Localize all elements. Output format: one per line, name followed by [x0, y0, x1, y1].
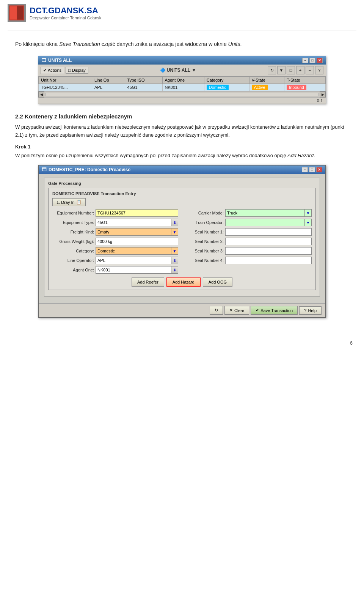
freight-kind-input[interactable]: [96, 228, 171, 236]
category-arrow[interactable]: ▼: [171, 247, 178, 255]
domestic-titlebar: 🗔 DOMESTIC_PRE: Domestic Preadvise − □ ✕: [39, 166, 325, 174]
refresh-button[interactable]: ↻: [210, 306, 223, 315]
line-operator-arrow[interactable]: ⬇: [171, 257, 178, 264]
entry-group: DOMESTIC PREADVISE Transaction Entry 1. …: [48, 188, 316, 290]
logo: DCT.GDANSK.SA Deepwater Container Termin…: [8, 4, 101, 22]
actions-button[interactable]: ✔ Actions: [41, 67, 64, 74]
domestic-close-button[interactable]: ✕: [316, 167, 322, 172]
category-row: Category: ▼: [52, 247, 178, 255]
col-agent-one[interactable]: Agent One: [162, 77, 204, 84]
table-row[interactable]: TGHU12345... APL 45G1 NK001 Domestic Act…: [39, 84, 326, 91]
seal1-input[interactable]: [225, 228, 312, 236]
train-operator-row: Train Operator: ▼: [182, 219, 312, 226]
display-button[interactable]: □ Display: [66, 67, 88, 74]
col-line-op[interactable]: Line Op: [92, 77, 125, 84]
logo-text: DCT.GDANSK.SA Deepwater Container Termin…: [30, 6, 101, 20]
close-button[interactable]: ✕: [317, 58, 323, 63]
col-type-iso[interactable]: Type ISO: [125, 77, 162, 84]
train-operator-dropdown[interactable]: ▼: [225, 219, 312, 226]
save-transaction-button[interactable]: ✔ Save Transaction: [251, 306, 298, 315]
seal2-label: Seal Number 2:: [182, 239, 224, 244]
gross-weight-input[interactable]: [96, 238, 178, 245]
help-icon: ?: [304, 308, 306, 313]
intro-paragraph: Po kliknięciu okna Save Transaction częś…: [15, 40, 349, 48]
add-oog-button[interactable]: Add OOG: [203, 277, 232, 287]
section-22-heading: 2.2 Kontenery z ładunkiem niebezpiecznym: [15, 113, 349, 120]
units-toolbar: ✔ Actions □ Display 🔷 UNITS ALL ▼ ↻ ▼ □ …: [38, 65, 326, 76]
help-icon[interactable]: ?: [315, 66, 323, 74]
seal3-input[interactable]: [225, 247, 312, 255]
equipment-type-input[interactable]: [96, 219, 171, 226]
cell-v-state: Active: [249, 84, 284, 91]
freight-kind-label: Freight Kind:: [52, 230, 94, 234]
actions-label: Actions: [48, 68, 61, 73]
equipment-type-arrow[interactable]: ⬇: [171, 219, 178, 226]
carrier-mode-dropdown[interactable]: ▼: [225, 209, 312, 217]
filter-icon[interactable]: ▼: [277, 66, 286, 74]
page-number: 6: [0, 337, 364, 346]
domestic-minimize-button[interactable]: −: [302, 167, 308, 172]
add-icon[interactable]: +: [296, 66, 304, 74]
agent-one-label: Agent One:: [52, 268, 94, 272]
window-controls[interactable]: − □ ✕: [302, 58, 323, 63]
col-v-state[interactable]: V-State: [249, 77, 284, 84]
refresh-icon: ↻: [215, 308, 218, 313]
domestic-restore-button[interactable]: □: [309, 167, 315, 172]
check-icon: ✔: [43, 68, 47, 73]
help-button[interactable]: ? Help: [299, 306, 322, 315]
t-state-badge: Inbound: [287, 85, 306, 90]
col-category[interactable]: Category: [204, 77, 249, 84]
entry-group-label: DOMESTIC PREADVISE Transaction Entry: [52, 191, 312, 196]
category-input[interactable]: [96, 247, 171, 255]
scroll-right-arrow[interactable]: ▶: [320, 91, 326, 98]
form-left-col: Equipment Number: Equipment Type: ⬇: [52, 209, 182, 274]
train-operator-input[interactable]: [225, 219, 305, 226]
category-badge: Domestic: [207, 85, 229, 90]
dray-in-button[interactable]: 1. Dray In 📋: [52, 198, 86, 206]
freight-kind-arrow[interactable]: ▼: [171, 228, 178, 236]
intro-italic1: Save Transaction: [59, 41, 100, 47]
domestic-body: Gate Processing DOMESTIC PREADVISE Trans…: [39, 174, 325, 303]
logo-icon: [8, 4, 26, 22]
category-dropdown[interactable]: ▼: [96, 247, 178, 255]
cell-type-iso: 45G1: [125, 84, 162, 91]
refresh-icon[interactable]: ↻: [268, 66, 276, 74]
add-reefer-button[interactable]: Add Reefer: [132, 277, 164, 287]
equipment-number-input[interactable]: [96, 209, 178, 217]
train-operator-arrow[interactable]: ▼: [305, 219, 312, 226]
carrier-mode-input[interactable]: [225, 209, 305, 217]
freight-kind-dropdown[interactable]: ▼: [96, 228, 178, 236]
remove-icon[interactable]: −: [306, 66, 314, 74]
col-unit-nbr[interactable]: Unit Nbr: [39, 77, 92, 84]
equipment-type-dropdown[interactable]: ⬇: [96, 219, 178, 226]
seal4-input[interactable]: [225, 257, 312, 264]
form-grid: Equipment Number: Equipment Type: ⬇: [52, 209, 312, 274]
col-t-state[interactable]: T-State: [284, 77, 326, 84]
equipment-number-row: Equipment Number:: [52, 209, 178, 217]
agent-one-input[interactable]: [96, 266, 171, 274]
scroll-left-arrow[interactable]: ◀: [38, 91, 44, 98]
save-label: Save Transaction: [260, 308, 293, 313]
domestic-window-controls[interactable]: − □ ✕: [302, 167, 322, 172]
table-container: Unit Nbr Line Op Type ISO Agent One Cate…: [38, 76, 326, 91]
clear-button[interactable]: ✕ Clear: [224, 306, 249, 315]
copy-icon[interactable]: □: [287, 66, 295, 74]
agent-one-arrow[interactable]: ⬇: [171, 266, 178, 274]
line-operator-dropdown[interactable]: ⬇: [96, 257, 178, 264]
minimize-button[interactable]: −: [302, 58, 308, 63]
carrier-mode-label: Carrier Mode:: [182, 211, 224, 215]
seal1-label: Seal Number 1:: [182, 230, 224, 234]
line-operator-input[interactable]: [96, 257, 171, 264]
seal2-input[interactable]: [225, 238, 312, 245]
carrier-mode-row: Carrier Mode: ▼: [182, 209, 312, 217]
domestic-window-icon: 🗔: [42, 167, 46, 172]
restore-button[interactable]: □: [309, 58, 315, 63]
clear-label: Clear: [234, 308, 244, 313]
agent-one-dropdown[interactable]: ⬇: [96, 266, 178, 274]
carrier-mode-arrow[interactable]: ▼: [305, 209, 312, 217]
add-hazard-label: Add Hazard: [173, 280, 195, 284]
horizontal-scrollbar[interactable]: ◀ ▶: [38, 91, 326, 97]
svg-rect-2: [17, 6, 24, 20]
units-all-window: 🗔 UNITS ALL − □ ✕ ✔ Actions □ Display 🔷 …: [38, 56, 326, 104]
add-hazard-button[interactable]: Add Hazard: [166, 277, 201, 287]
